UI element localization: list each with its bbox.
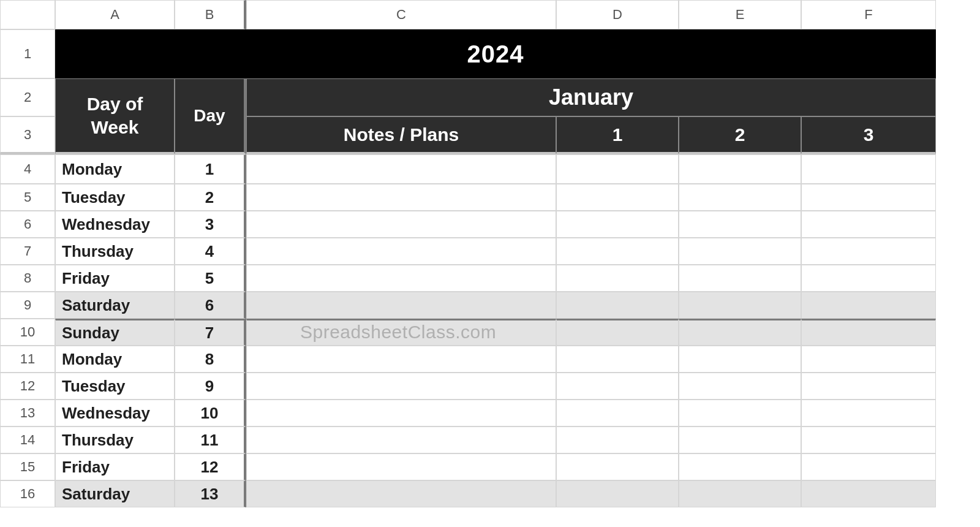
row-header[interactable]: 4 bbox=[0, 154, 55, 184]
row-header[interactable]: 11 bbox=[0, 346, 55, 373]
day-number-cell[interactable]: 13 bbox=[175, 480, 246, 507]
plan-cell[interactable] bbox=[679, 480, 801, 507]
column-header[interactable]: D bbox=[556, 0, 679, 29]
day-number-cell[interactable]: 9 bbox=[175, 373, 246, 400]
plan-cell[interactable] bbox=[679, 427, 801, 453]
notes-header[interactable]: Notes / Plans bbox=[246, 116, 556, 154]
plan-cell[interactable] bbox=[679, 265, 801, 292]
row-header[interactable]: 3 bbox=[0, 116, 55, 154]
day-number-cell[interactable]: 3 bbox=[175, 211, 246, 238]
plan-cell[interactable] bbox=[556, 453, 679, 480]
column-header[interactable]: F bbox=[801, 0, 936, 29]
plan-cell[interactable] bbox=[801, 238, 936, 265]
plan-cell[interactable] bbox=[801, 427, 936, 453]
column-header[interactable]: E bbox=[679, 0, 801, 29]
plan-cell[interactable] bbox=[556, 346, 679, 373]
plan-cell[interactable] bbox=[801, 453, 936, 480]
column-header[interactable]: C bbox=[246, 0, 556, 29]
day-of-week-cell[interactable]: Thursday bbox=[55, 238, 175, 265]
plan-cell[interactable] bbox=[801, 373, 936, 400]
plan-cell[interactable] bbox=[679, 211, 801, 238]
plan-cell[interactable] bbox=[556, 373, 679, 400]
plan-cell[interactable] bbox=[679, 319, 801, 346]
plan-cell[interactable] bbox=[556, 184, 679, 211]
day-of-week-cell[interactable]: Saturday bbox=[55, 292, 175, 319]
notes-cell[interactable] bbox=[246, 453, 556, 480]
plan-cell[interactable] bbox=[801, 154, 936, 184]
day-of-week-cell[interactable]: Wednesday bbox=[55, 400, 175, 427]
day-of-week-cell[interactable]: Thursday bbox=[55, 427, 175, 453]
notes-cell[interactable] bbox=[246, 427, 556, 453]
plan-cell[interactable] bbox=[556, 400, 679, 427]
plan-cell[interactable] bbox=[801, 184, 936, 211]
day-of-week-cell[interactable]: Tuesday bbox=[55, 184, 175, 211]
plan-cell[interactable] bbox=[556, 427, 679, 453]
day-number-cell[interactable]: 6 bbox=[175, 292, 246, 319]
day-number-cell[interactable]: 4 bbox=[175, 238, 246, 265]
row-header[interactable]: 2 bbox=[0, 78, 55, 116]
day-of-week-cell[interactable]: Monday bbox=[55, 346, 175, 373]
row-header[interactable]: 6 bbox=[0, 211, 55, 238]
row-header[interactable]: 15 bbox=[0, 453, 55, 480]
row-header[interactable]: 12 bbox=[0, 373, 55, 400]
plan-cell[interactable] bbox=[556, 292, 679, 319]
notes-cell[interactable] bbox=[246, 346, 556, 373]
row-header[interactable]: 8 bbox=[0, 265, 55, 292]
row-header[interactable]: 1 bbox=[0, 29, 55, 78]
plan-cell[interactable] bbox=[679, 400, 801, 427]
notes-cell[interactable] bbox=[246, 184, 556, 211]
subcol-header[interactable]: 2 bbox=[679, 116, 801, 154]
column-header[interactable]: A bbox=[55, 0, 175, 29]
day-of-week-cell[interactable]: Sunday bbox=[55, 319, 175, 346]
day-number-cell[interactable]: 1 bbox=[175, 154, 246, 184]
plan-cell[interactable] bbox=[679, 453, 801, 480]
day-number-cell[interactable]: 5 bbox=[175, 265, 246, 292]
day-of-week-header[interactable]: Day of Week bbox=[55, 78, 175, 154]
row-header[interactable]: 5 bbox=[0, 184, 55, 211]
row-header[interactable]: 14 bbox=[0, 427, 55, 453]
plan-cell[interactable] bbox=[679, 373, 801, 400]
day-number-cell[interactable]: 12 bbox=[175, 453, 246, 480]
plan-cell[interactable] bbox=[801, 292, 936, 319]
select-all-corner[interactable] bbox=[0, 0, 55, 29]
plan-cell[interactable] bbox=[801, 346, 936, 373]
subcol-header[interactable]: 1 bbox=[556, 116, 679, 154]
row-header[interactable]: 9 bbox=[0, 292, 55, 319]
day-number-cell[interactable]: 2 bbox=[175, 184, 246, 211]
notes-cell[interactable] bbox=[246, 211, 556, 238]
plan-cell[interactable] bbox=[801, 319, 936, 346]
row-header[interactable]: 7 bbox=[0, 238, 55, 265]
plan-cell[interactable] bbox=[801, 480, 936, 507]
plan-cell[interactable] bbox=[801, 400, 936, 427]
plan-cell[interactable] bbox=[556, 211, 679, 238]
plan-cell[interactable] bbox=[801, 265, 936, 292]
row-header[interactable]: 13 bbox=[0, 400, 55, 427]
notes-cell[interactable] bbox=[246, 400, 556, 427]
month-header[interactable]: January bbox=[246, 78, 936, 116]
plan-cell[interactable] bbox=[679, 238, 801, 265]
day-of-week-cell[interactable]: Saturday bbox=[55, 480, 175, 507]
row-header[interactable]: 10 bbox=[0, 319, 55, 346]
plan-cell[interactable] bbox=[556, 238, 679, 265]
day-of-week-cell[interactable]: Wednesday bbox=[55, 211, 175, 238]
day-header[interactable]: Day bbox=[175, 78, 246, 154]
notes-cell[interactable] bbox=[246, 238, 556, 265]
plan-cell[interactable] bbox=[556, 480, 679, 507]
notes-cell[interactable] bbox=[246, 292, 556, 319]
day-of-week-cell[interactable]: Friday bbox=[55, 265, 175, 292]
plan-cell[interactable] bbox=[679, 292, 801, 319]
day-number-cell[interactable]: 8 bbox=[175, 346, 246, 373]
day-of-week-cell[interactable]: Friday bbox=[55, 453, 175, 480]
day-of-week-cell[interactable]: Monday bbox=[55, 154, 175, 184]
notes-cell[interactable] bbox=[246, 265, 556, 292]
plan-cell[interactable] bbox=[679, 184, 801, 211]
plan-cell[interactable] bbox=[556, 319, 679, 346]
subcol-header[interactable]: 3 bbox=[801, 116, 936, 154]
plan-cell[interactable] bbox=[679, 346, 801, 373]
column-header[interactable]: B bbox=[175, 0, 246, 29]
notes-cell[interactable] bbox=[246, 480, 556, 507]
day-number-cell[interactable]: 10 bbox=[175, 400, 246, 427]
row-header[interactable]: 16 bbox=[0, 480, 55, 507]
day-of-week-cell[interactable]: Tuesday bbox=[55, 373, 175, 400]
day-number-cell[interactable]: 7 bbox=[175, 319, 246, 346]
